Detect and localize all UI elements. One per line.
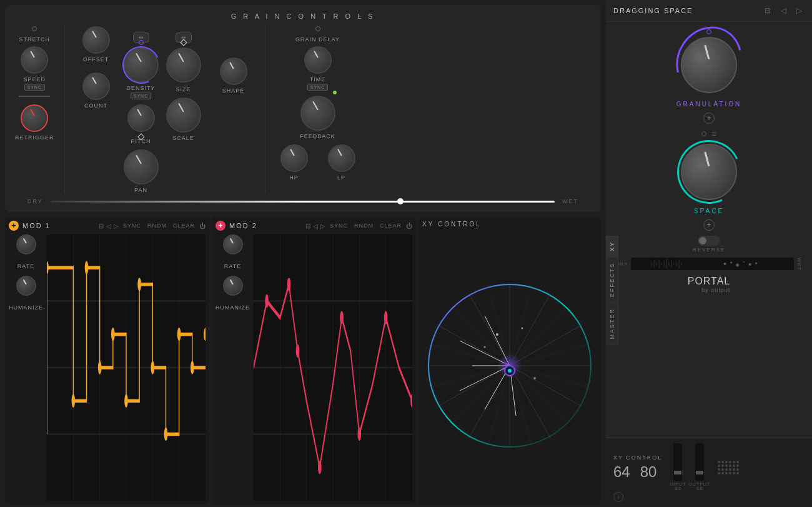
space-add-button[interactable]: + bbox=[703, 219, 715, 231]
pitch-group: PITCH bbox=[122, 104, 160, 144]
speed-knob[interactable] bbox=[21, 46, 48, 74]
dry-wet-bar-horizontal[interactable] bbox=[631, 258, 794, 270]
separator-1 bbox=[64, 26, 65, 193]
mod2-rate-knob[interactable] bbox=[223, 234, 243, 254]
granulation-top-dot bbox=[706, 29, 711, 34]
offset-knob[interactable] bbox=[82, 26, 110, 54]
mod2-add-button[interactable]: + bbox=[215, 221, 225, 231]
granulation-add-button[interactable]: + bbox=[703, 113, 715, 124]
size-label: SIZE bbox=[176, 86, 191, 93]
mod1-rate-knob[interactable] bbox=[16, 234, 36, 254]
xy-x-value: 64 bbox=[613, 463, 630, 481]
svg-point-91 bbox=[748, 263, 751, 266]
input-fader-value: 0.0 bbox=[675, 486, 681, 491]
stretch-slider[interactable] bbox=[19, 96, 50, 97]
density-knob[interactable] bbox=[124, 48, 159, 83]
mod1-humanize-knob[interactable] bbox=[16, 276, 36, 296]
pitch-knob[interactable] bbox=[127, 104, 155, 132]
mod1-rndm-btn[interactable]: RNDM bbox=[146, 222, 169, 229]
tab-master[interactable]: MASTER bbox=[606, 303, 618, 345]
separator-2 bbox=[265, 26, 265, 193]
svg-point-14 bbox=[137, 278, 141, 291]
svg-point-33 bbox=[358, 428, 362, 441]
svg-point-15 bbox=[151, 361, 155, 374]
svg-rect-80 bbox=[666, 259, 666, 269]
mod2-power-icon[interactable]: ⏻ bbox=[406, 223, 412, 229]
dot bbox=[725, 468, 728, 471]
feedback-knob[interactable] bbox=[300, 96, 335, 131]
mod1-prev-icon[interactable]: ◁ bbox=[106, 223, 111, 229]
svg-point-34 bbox=[384, 311, 388, 324]
dot bbox=[729, 472, 731, 474]
svg-point-11 bbox=[98, 361, 102, 374]
scale-knob[interactable] bbox=[166, 98, 201, 133]
svg-rect-82 bbox=[671, 260, 671, 268]
mod1-sync-btn[interactable]: SYNC bbox=[121, 222, 143, 229]
time-sync-badge[interactable]: SYNC bbox=[307, 84, 328, 91]
output-fader-group: OUTPUT 0.0 bbox=[688, 443, 710, 492]
output-fader-label: OUTPUT bbox=[688, 482, 710, 486]
xy-control-bottom-label: XY CONTROL bbox=[613, 454, 662, 461]
granulation-knob[interactable] bbox=[681, 37, 737, 93]
dry-wet-slider[interactable] bbox=[51, 201, 555, 203]
speed-sync-badge[interactable]: SYNC bbox=[24, 84, 45, 91]
mod2-clear-btn[interactable]: CLEAR bbox=[378, 222, 404, 229]
mod2-humanize-knob[interactable] bbox=[223, 276, 243, 296]
tab-effects[interactable]: EFFECTS bbox=[606, 257, 618, 303]
retrigger-knob[interactable] bbox=[21, 104, 48, 132]
mod1-next-icon[interactable]: ▷ bbox=[114, 223, 119, 229]
svg-rect-83 bbox=[673, 263, 674, 264]
mod1-add-button[interactable]: + bbox=[9, 221, 19, 231]
svg-point-10 bbox=[85, 261, 89, 274]
output-fader[interactable] bbox=[695, 443, 704, 481]
size-knob[interactable] bbox=[166, 48, 201, 83]
mod2-title: MOD 2 bbox=[229, 222, 302, 229]
prev-preset-icon[interactable]: ◁ bbox=[778, 5, 789, 16]
mod2-rndm-btn[interactable]: RNDM bbox=[352, 222, 375, 229]
svg-rect-85 bbox=[678, 259, 679, 268]
mod1-power-icon[interactable]: ⏻ bbox=[199, 223, 205, 229]
grain-delay-power-icon[interactable] bbox=[315, 26, 320, 31]
svg-point-9 bbox=[72, 394, 76, 408]
mod2-body: RATE HUMANIZE bbox=[215, 234, 412, 501]
mod1-waveform[interactable] bbox=[47, 234, 205, 501]
dot bbox=[725, 461, 728, 463]
hp-knob[interactable] bbox=[280, 144, 308, 172]
dot bbox=[736, 461, 739, 463]
main-panel: G R A I N C O N T R O L S STRETCH SPEED … bbox=[0, 0, 606, 507]
reverse-toggle[interactable] bbox=[698, 236, 720, 246]
dot bbox=[733, 468, 735, 471]
space-knob[interactable] bbox=[681, 144, 737, 200]
info-icon[interactable]: i bbox=[613, 492, 623, 502]
retrigger-group: RETRIGGER bbox=[15, 104, 54, 141]
mod2-sync-btn[interactable]: SYNC bbox=[328, 222, 350, 229]
svg-rect-77 bbox=[658, 259, 659, 268]
input-fader[interactable] bbox=[673, 443, 682, 481]
mod2-waveform[interactable] bbox=[254, 234, 412, 501]
lp-knob[interactable] bbox=[328, 144, 355, 172]
next-preset-icon[interactable]: ▷ bbox=[794, 5, 805, 16]
mod1-save-icon[interactable]: ⊟ bbox=[99, 223, 104, 229]
mod2-header: + MOD 2 ⊟ ◁ ▷ SYNC RNDM CLEAR ⏻ bbox=[215, 221, 412, 231]
shape-knob[interactable] bbox=[220, 58, 247, 85]
xy-circle-container[interactable] bbox=[422, 230, 597, 501]
stretch-power-icon[interactable] bbox=[32, 26, 37, 31]
svg-point-69 bbox=[508, 369, 512, 373]
mod2-save-icon[interactable]: ⊟ bbox=[305, 223, 310, 229]
granulation-label: GRANULATION bbox=[676, 101, 742, 108]
count-knob[interactable] bbox=[82, 73, 110, 100]
svg-point-19 bbox=[204, 328, 205, 341]
dot bbox=[729, 468, 731, 471]
mod1-clear-btn[interactable]: CLEAR bbox=[171, 222, 197, 229]
save-preset-icon[interactable]: ⊟ bbox=[762, 5, 773, 16]
density-sync-badge[interactable]: SYNC bbox=[131, 93, 151, 99]
mod2-next-icon[interactable]: ▷ bbox=[320, 223, 325, 229]
time-knob[interactable] bbox=[304, 46, 332, 74]
mod2-prev-icon[interactable]: ◁ bbox=[313, 223, 318, 229]
tab-xy[interactable]: XY bbox=[606, 236, 618, 257]
filter-icon[interactable]: ≡ bbox=[711, 129, 716, 139]
pan-knob[interactable] bbox=[124, 149, 159, 184]
input-fader-group: INPUT 0.0 bbox=[670, 443, 686, 492]
speed-group: SPEED SYNC bbox=[16, 46, 53, 91]
dot bbox=[721, 472, 724, 474]
